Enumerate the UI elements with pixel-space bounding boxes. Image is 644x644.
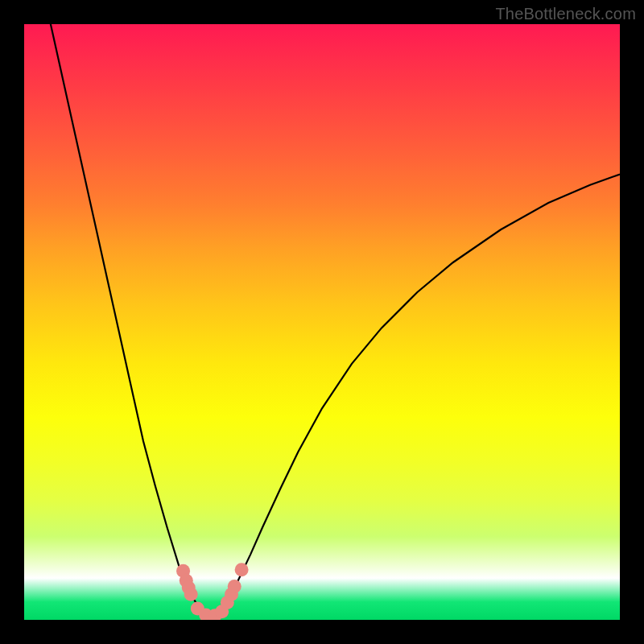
curve-dot bbox=[235, 563, 249, 576]
curve-layer bbox=[24, 24, 620, 620]
plot-area bbox=[24, 24, 620, 620]
chart-frame: TheBottleneck.com bbox=[0, 0, 644, 644]
curve-dot bbox=[184, 588, 198, 601]
curve-dot bbox=[228, 580, 242, 593]
watermark-text: TheBottleneck.com bbox=[495, 5, 636, 23]
bottleneck-curve bbox=[24, 24, 620, 617]
curve-dots bbox=[176, 563, 249, 620]
